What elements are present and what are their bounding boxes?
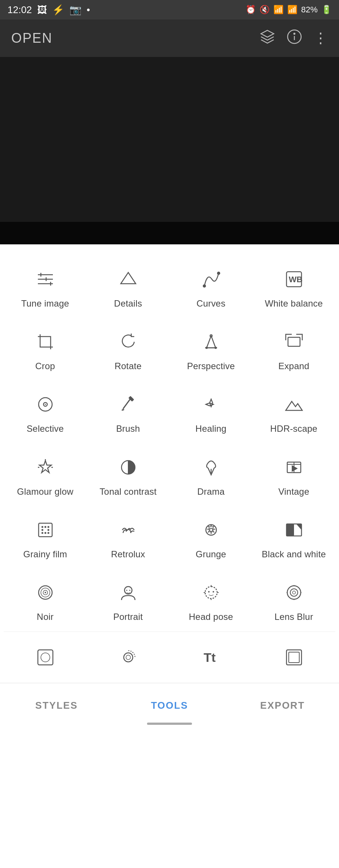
- expand-icon: [281, 329, 307, 355]
- healing-label: Healing: [195, 423, 226, 434]
- nav-export[interactable]: EXPORT: [226, 683, 339, 728]
- nav-indicator: [147, 723, 192, 725]
- svg-point-56: [126, 590, 127, 591]
- tool-healing[interactable]: Healing: [170, 381, 252, 443]
- tonal-contrast-label: Tonal contrast: [99, 486, 156, 497]
- tool-black-and-white[interactable]: Black and white: [252, 506, 335, 569]
- glamour-glow-label: Glamour glow: [17, 486, 73, 497]
- svg-rect-37: [39, 523, 52, 537]
- white-balance-label: White balance: [265, 298, 323, 309]
- curves-icon: [198, 266, 224, 292]
- open-label[interactable]: OPEN: [11, 30, 52, 46]
- nav-styles[interactable]: STYLES: [0, 683, 113, 728]
- status-time: 12:02: [8, 4, 32, 16]
- tool-tonal-contrast[interactable]: Tonal contrast: [87, 444, 170, 506]
- details-icon: [115, 266, 141, 292]
- perspective-label: Perspective: [187, 360, 235, 372]
- svg-point-38: [41, 526, 43, 528]
- vintage-label: Vintage: [278, 486, 309, 497]
- svg-text:WB: WB: [289, 275, 303, 284]
- svg-point-17: [214, 347, 217, 349]
- white-balance-icon: WB: [281, 266, 307, 292]
- svg-marker-50: [296, 524, 302, 530]
- tool-hdr[interactable]: HDR-scape: [252, 381, 335, 443]
- tool-curves[interactable]: Curves: [170, 256, 252, 318]
- bottom-tool-text[interactable]: Tt: [170, 639, 252, 675]
- tool-grunge[interactable]: Grunge: [170, 506, 252, 569]
- tool-perspective[interactable]: Perspective: [170, 318, 252, 381]
- svg-point-3: [294, 33, 295, 34]
- svg-marker-10: [121, 272, 136, 284]
- svg-point-16: [206, 347, 208, 349]
- grunge-icon: [198, 517, 224, 543]
- svg-marker-0: [261, 30, 274, 37]
- bottom-tool-vignette[interactable]: [4, 639, 87, 675]
- svg-point-65: [287, 586, 301, 599]
- tool-vintage[interactable]: Vintage: [252, 444, 335, 506]
- tool-selective[interactable]: Selective: [4, 381, 87, 443]
- black-and-white-icon: [281, 517, 307, 543]
- svg-point-11: [218, 272, 220, 274]
- tool-crop[interactable]: Crop: [4, 318, 87, 381]
- bottom-tool-frames[interactable]: [252, 639, 335, 675]
- image-area: [0, 57, 339, 244]
- lens-blur-label: Lens Blur: [274, 611, 313, 623]
- tool-head-pose[interactable]: Head pose: [170, 569, 252, 632]
- frames-icon: [284, 647, 304, 668]
- tools-area: Tune image Details Curves: [0, 244, 339, 683]
- bottom-nav: STYLES TOOLS EXPORT: [0, 683, 339, 728]
- noir-icon: [32, 579, 58, 606]
- drama-icon: [198, 454, 224, 480]
- status-right: ⏰ 🔇 📶 📶 82% 🔋: [246, 5, 332, 15]
- portrait-label: Portrait: [113, 611, 143, 623]
- grunge-label: Grunge: [196, 548, 226, 560]
- tool-drama[interactable]: Drama: [170, 444, 252, 506]
- tool-brush[interactable]: Brush: [87, 381, 170, 443]
- vintage-icon: [281, 454, 307, 480]
- perspective-icon: [198, 329, 224, 355]
- grainy-film-label: Grainy film: [23, 548, 67, 560]
- mute-icon: 🔇: [260, 5, 270, 15]
- tool-expand[interactable]: Expand: [252, 318, 335, 381]
- tool-tune-image[interactable]: Tune image: [4, 256, 87, 318]
- svg-point-45: [47, 532, 49, 534]
- expand-label: Expand: [278, 360, 309, 372]
- text-icon: Tt: [201, 647, 222, 668]
- selective-icon: [32, 391, 58, 418]
- svg-point-55: [124, 587, 132, 594]
- tool-white-balance[interactable]: WB White balance: [252, 256, 335, 318]
- selective-label: Selective: [27, 423, 64, 434]
- nav-tools[interactable]: TOOLS: [113, 683, 226, 728]
- info-icon[interactable]: [286, 29, 302, 48]
- bottom-tool-lens-flare[interactable]: [87, 639, 170, 675]
- svg-point-66: [290, 589, 298, 596]
- tool-noir[interactable]: Noir: [4, 569, 87, 632]
- top-bar: OPEN ⋮: [0, 19, 339, 57]
- head-pose-label: Head pose: [189, 611, 233, 623]
- hdr-icon: [281, 391, 307, 418]
- tool-rotate[interactable]: Rotate: [87, 318, 170, 381]
- tool-details[interactable]: Details: [87, 256, 170, 318]
- svg-point-43: [41, 532, 43, 534]
- svg-marker-36: [292, 465, 298, 472]
- svg-point-44: [44, 532, 46, 534]
- status-bar: 12:02 🖼 ⚡ 📷 • ⏰ 🔇 📶 📶 82% 🔋: [0, 0, 339, 19]
- grainy-film-icon: [32, 517, 58, 543]
- layers-icon[interactable]: [260, 29, 275, 48]
- brush-icon: [115, 391, 141, 418]
- tool-lens-blur[interactable]: Lens Blur: [252, 569, 335, 632]
- tool-portrait[interactable]: Portrait: [87, 569, 170, 632]
- top-bar-icons: ⋮: [260, 29, 328, 48]
- crop-label: Crop: [35, 360, 55, 372]
- bottom-tools-row: Tt: [4, 632, 335, 679]
- tool-glamour-glow[interactable]: Glamour glow: [4, 444, 87, 506]
- more-icon[interactable]: ⋮: [314, 30, 328, 46]
- wifi-icon: 📶: [273, 5, 284, 15]
- alarm-icon: ⏰: [246, 5, 256, 15]
- photos-icon: 🖼: [37, 4, 47, 16]
- svg-point-41: [41, 529, 43, 531]
- crop-icon: [32, 329, 58, 355]
- tool-retrolux[interactable]: Retrolux: [87, 506, 170, 569]
- retrolux-label: Retrolux: [111, 548, 145, 560]
- tool-grainy-film[interactable]: Grainy film: [4, 506, 87, 569]
